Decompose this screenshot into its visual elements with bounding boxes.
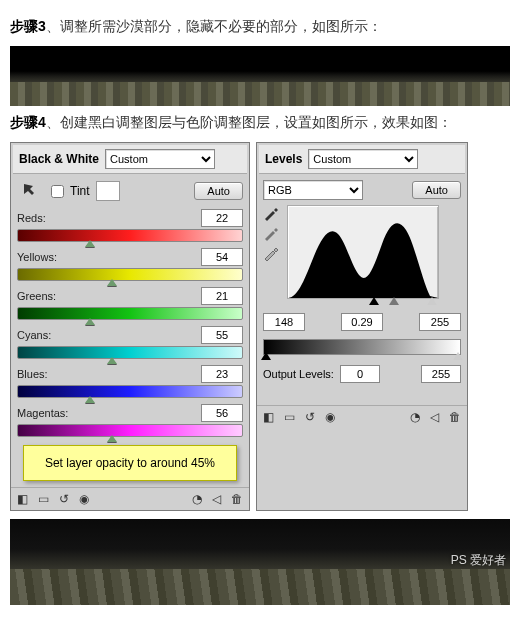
watermark-ps: PS 爱好者www.sai bbox=[451, 552, 506, 583]
step4-heading: 步骤4、创建黑白调整图层与色阶调整图层，设置如图所示，效果如图： bbox=[10, 114, 514, 132]
channel-label: Magentas: bbox=[17, 407, 68, 419]
clip-icon[interactable]: ◔ bbox=[410, 410, 420, 424]
channel-value[interactable]: 54 bbox=[201, 248, 243, 266]
midtone-slider[interactable] bbox=[389, 297, 399, 305]
channel-slider[interactable] bbox=[17, 424, 243, 437]
channel-value[interactable]: 22 bbox=[201, 209, 243, 227]
bw-bottom-bar: ◧ ▭ ↺ ◉ ◔ ◁ 🗑 bbox=[11, 487, 249, 510]
clip-icon[interactable]: ◔ bbox=[192, 492, 202, 506]
levels-panel: Levels Custom RGB Auto bbox=[256, 142, 468, 511]
bw-auto-button[interactable]: Auto bbox=[194, 182, 243, 200]
step3-heading: 步骤3、调整所需沙漠部分，隐藏不必要的部分，如图所示： bbox=[10, 18, 514, 36]
targeted-adjust-icon[interactable] bbox=[17, 179, 41, 203]
lv-title: Levels bbox=[265, 152, 302, 166]
channel-label: Reds: bbox=[17, 212, 46, 224]
channel-slider[interactable] bbox=[17, 229, 243, 242]
in-mid-field[interactable]: 0.29 bbox=[341, 313, 383, 331]
black-white-panel: Black & White Custom Tint Auto Reds:22Ye… bbox=[10, 142, 250, 511]
in-shadow-field[interactable]: 148 bbox=[263, 313, 305, 331]
out-shadow-slider[interactable] bbox=[261, 352, 271, 360]
output-gradient[interactable] bbox=[263, 339, 461, 355]
tint-swatch[interactable] bbox=[96, 181, 120, 201]
visibility-icon[interactable]: ◉ bbox=[79, 492, 89, 506]
visibility-icon[interactable]: ◉ bbox=[325, 410, 335, 424]
bw-title: Black & White bbox=[19, 152, 99, 166]
lv-channel-select[interactable]: RGB bbox=[263, 180, 363, 200]
channel-slider[interactable] bbox=[17, 307, 243, 320]
channel-slider[interactable] bbox=[17, 346, 243, 359]
watermark-brand: UiBQ.CoM bbox=[417, 583, 504, 601]
trash-icon[interactable]: 🗑 bbox=[231, 492, 243, 506]
lv-preset-select[interactable]: Custom bbox=[308, 149, 418, 169]
output-label: Output Levels: bbox=[263, 368, 334, 380]
out-high-slider[interactable] bbox=[453, 352, 463, 360]
out-high-field[interactable]: 255 bbox=[421, 365, 461, 383]
white-eyedropper-icon[interactable] bbox=[263, 245, 279, 261]
trash-icon[interactable]: 🗑 bbox=[449, 410, 461, 424]
bw-title-bar: Black & White Custom bbox=[13, 145, 247, 174]
out-shadow-field[interactable]: 0 bbox=[340, 365, 380, 383]
in-high-field[interactable]: 255 bbox=[419, 313, 461, 331]
reset-icon[interactable]: ↺ bbox=[305, 410, 315, 424]
channel-slider[interactable] bbox=[17, 385, 243, 398]
expand-icon[interactable]: ▭ bbox=[284, 410, 295, 424]
channel-label: Greens: bbox=[17, 290, 56, 302]
channel-value[interactable]: 21 bbox=[201, 287, 243, 305]
lv-auto-button[interactable]: Auto bbox=[412, 181, 461, 199]
adjustments-icon[interactable]: ◧ bbox=[17, 492, 28, 506]
channel-value[interactable]: 23 bbox=[201, 365, 243, 383]
channel-value[interactable]: 55 bbox=[201, 326, 243, 344]
channel-slider[interactable] bbox=[17, 268, 243, 281]
channel-label: Yellows: bbox=[17, 251, 57, 263]
channel-value[interactable]: 56 bbox=[201, 404, 243, 422]
shadow-slider[interactable] bbox=[369, 297, 379, 305]
prev-icon[interactable]: ◁ bbox=[430, 410, 439, 424]
histogram bbox=[287, 205, 439, 299]
step3-image bbox=[10, 46, 510, 106]
black-eyedropper-icon[interactable] bbox=[263, 205, 279, 221]
gray-eyedropper-icon[interactable] bbox=[263, 225, 279, 241]
channel-label: Blues: bbox=[17, 368, 48, 380]
expand-icon[interactable]: ▭ bbox=[38, 492, 49, 506]
highlight-slider[interactable] bbox=[427, 297, 437, 305]
step4-result-image: PS 爱好者www.sai UiBQ.CoM bbox=[10, 519, 510, 605]
lv-bottom-bar: ◧ ▭ ↺ ◉ ◔ ◁ 🗑 bbox=[257, 405, 467, 428]
channel-label: Cyans: bbox=[17, 329, 51, 341]
tint-checkbox[interactable]: Tint bbox=[47, 182, 90, 201]
input-sliders[interactable] bbox=[287, 297, 461, 307]
opacity-note: Set layer opacity to around 45% bbox=[23, 445, 237, 481]
bw-preset-select[interactable]: Custom bbox=[105, 149, 215, 169]
adjustments-icon[interactable]: ◧ bbox=[263, 410, 274, 424]
prev-icon[interactable]: ◁ bbox=[212, 492, 221, 506]
lv-title-bar: Levels Custom bbox=[259, 145, 465, 174]
eyedroppers bbox=[263, 205, 279, 261]
adjustment-panels: Black & White Custom Tint Auto Reds:22Ye… bbox=[10, 142, 514, 511]
reset-icon[interactable]: ↺ bbox=[59, 492, 69, 506]
